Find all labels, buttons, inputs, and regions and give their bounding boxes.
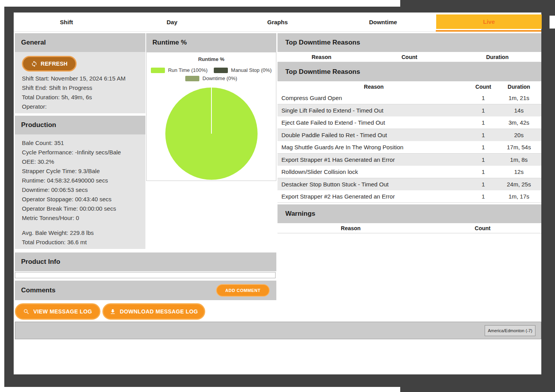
duration-cell: 1m, 21s <box>496 92 541 104</box>
duration-cell: 1m, 8s <box>496 154 541 166</box>
duration-cell: 12s <box>496 166 541 178</box>
refresh-button[interactable]: REFRESH <box>22 56 77 72</box>
outer-col-reason: Reason <box>278 52 365 62</box>
oee-line: OEE: 30.2% <box>22 157 145 166</box>
strapper-cycle-line: Strapper Cycle Time: 9.3/Bale <box>22 166 145 176</box>
reason-cell: Destacker Stop Button Stuck - Timed Out <box>278 178 470 191</box>
downtime-row: Compress Guard Open 1 1m, 21s <box>278 92 541 104</box>
refresh-icon <box>31 61 38 67</box>
reason-cell: Eject Gate Failed to Extend - Timed Out <box>278 116 470 129</box>
timezone-button[interactable]: America/Edmonton (-7) <box>485 325 535 336</box>
general-section-header: General <box>15 33 145 52</box>
downtime-row: Eject Gate Failed to Extend - Timed Out … <box>278 116 541 129</box>
count-cell: 1 <box>470 116 497 129</box>
runtime-chart-title: Runtime % <box>147 52 276 62</box>
pie-slice-divider <box>211 88 212 134</box>
downtime-table: Reason Count Duration Compress Guard Ope… <box>278 81 541 203</box>
downtime-row: Mag Shuttle Guards Are In The Wrong Posi… <box>278 141 541 154</box>
avg-bale-weight-line: Avg. Bale Weight: 229.8 lbs <box>22 228 145 238</box>
view-message-log-button[interactable]: VIEW MESSAGE LOG <box>15 303 100 320</box>
runtime-line: Runtime: 04:58:32.6490000 secs <box>22 176 145 185</box>
general-panel: REFRESH Shift Start: November 15, 2024 6… <box>15 52 145 113</box>
tab-live[interactable]: Live <box>436 13 541 31</box>
count-cell: 1 <box>470 166 497 178</box>
runtime-swatch <box>151 68 165 73</box>
col-header-duration: Duration <box>496 81 541 92</box>
comments-section-header: Comments ADD COMMENT <box>15 281 276 300</box>
runtime-chart: Runtime % Run Time (100%) Manual Stop (0… <box>146 52 276 181</box>
downtime-row: Single Lift Failed to Extend - Timed Out… <box>278 104 541 117</box>
tab-bar: Shift Day Graphs Downtime Live <box>14 13 541 32</box>
bale-count-line: Bale Count: 351 <box>22 138 145 148</box>
downtime-row: Rolldown/Slider Collision lock 1 12s <box>278 166 541 178</box>
warnings-title: Warnings <box>285 210 315 218</box>
count-cell: 1 <box>470 178 497 191</box>
downtime-inner-section-header: Top Downtime Reasons <box>278 62 541 81</box>
warnings-col-reason: Reason <box>278 223 424 233</box>
downtime-row: Export Strapper #1 Has Generated an Erro… <box>278 154 541 166</box>
count-cell: 1 <box>470 129 497 141</box>
count-cell: 1 <box>470 154 497 166</box>
count-cell: 1 <box>470 141 497 153</box>
metric-tonnes-line: Metric Tonnes/Hour: 0 <box>22 213 145 223</box>
reason-cell: Rolldown/Slider Collision lock <box>278 166 470 178</box>
downtime-swatch <box>185 76 199 81</box>
operator-stoppage-line: Operator Stoppage: 00:43:40 secs <box>22 195 145 204</box>
dashboard-window: Shift Day Graphs Downtime Live General R… <box>14 13 541 374</box>
tab-day[interactable]: Day <box>119 13 225 31</box>
add-comment-button[interactable]: ADD COMMENT <box>216 284 270 297</box>
reason-cell: Compress Guard Open <box>278 92 470 104</box>
total-production-line: Total Production: 36.6 mt <box>22 238 145 247</box>
duration-cell: 20s <box>496 129 541 141</box>
product-info-section-header: Product Info <box>15 252 276 271</box>
dark-backdrop-bottom-right <box>400 387 555 392</box>
duration-cell: 24m, 25s <box>496 178 541 191</box>
production-stats: Bale Count: 351 Cycle Performance: -Infi… <box>15 134 145 223</box>
runtime-chart-legend: Run Time (100%) Manual Stop (0%) Downtim… <box>147 67 276 81</box>
screen: Shift Day Graphs Downtime Live General R… <box>0 0 555 392</box>
manual-stop-swatch <box>214 68 228 73</box>
tab-graphs[interactable]: Graphs <box>225 13 330 31</box>
downtime-title: Top Downtime Reasons <box>285 39 360 47</box>
tab-shift[interactable]: Shift <box>14 13 119 31</box>
production-summary: Avg. Bale Weight: 229.8 lbs Total Produc… <box>15 223 145 247</box>
download-icon <box>109 308 116 315</box>
downtime-row: Export Strapper #2 Has Generated an Erro… <box>278 190 541 203</box>
count-cell: 1 <box>470 190 497 202</box>
operator-line: Operator: <box>22 102 145 111</box>
production-panel: Bale Count: 351 Cycle Performance: -Infi… <box>15 134 145 249</box>
downtime-row: Destacker Stop Button Stuck - Timed Out … <box>278 178 541 191</box>
comments-title: Comments <box>21 286 56 294</box>
col-header-count: Count <box>470 81 497 92</box>
downtime-section-header: Top Downtime Reasons <box>278 33 541 52</box>
operator-break-line: Operator Break Time: 00:00:00 secs <box>22 204 145 213</box>
runtime-section-header: Runtime % <box>146 33 276 52</box>
count-cell: 1 <box>470 104 497 117</box>
duration-cell: 3m, 42s <box>496 116 541 129</box>
duration-cell: 17m, 54s <box>496 141 541 153</box>
active-tab-underline <box>436 30 541 32</box>
reason-cell: Double Paddle Failed to Ret - Timed Out <box>278 129 470 141</box>
cycle-performance-line: Cycle Performance: -Infinity secs/Bale <box>22 148 145 157</box>
total-duration-line: Total Duration: 5h, 49m, 6s <box>22 93 145 102</box>
downtime-table-header: Reason Count Duration <box>278 81 541 92</box>
downtime-inner-title: Top Downtime Reasons <box>285 68 360 76</box>
view-log-label: VIEW MESSAGE LOG <box>33 308 92 315</box>
footer-bar: America/Edmonton (-7) <box>15 322 541 339</box>
downtime-outer-header-row: Reason Count Duration <box>278 52 541 62</box>
legend-item-runtime: Run Time (100%) <box>151 67 208 73</box>
legend-item-downtime: Downtime (0%) <box>185 75 237 81</box>
outer-col-duration: Duration <box>453 52 541 62</box>
runtime-pie-circle <box>165 88 258 180</box>
shift-end-line: Shift End: Shift In Progress <box>22 83 145 93</box>
product-info-title: Product Info <box>21 258 60 266</box>
download-message-log-button[interactable]: DOWNLOAD MESSAGE LOG <box>102 303 205 320</box>
production-title: Production <box>21 121 56 129</box>
reason-cell: Export Strapper #2 Has Generated an Erro… <box>278 190 470 202</box>
refresh-button-label: REFRESH <box>41 61 68 67</box>
outer-col-count: Count <box>365 52 453 62</box>
reason-cell: Export Strapper #1 Has Generated an Erro… <box>278 154 470 166</box>
reason-cell: Mag Shuttle Guards Are In The Wrong Posi… <box>278 141 470 153</box>
product-info-input[interactable] <box>15 272 276 278</box>
tab-downtime[interactable]: Downtime <box>330 13 436 31</box>
